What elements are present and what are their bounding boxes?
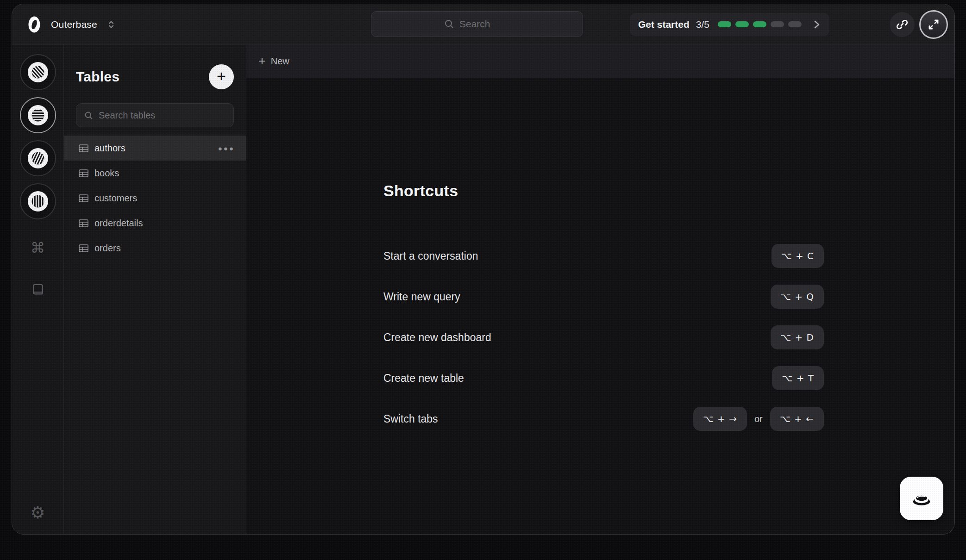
expand-button[interactable]: [919, 10, 948, 39]
shortcuts-title: Shortcuts: [383, 182, 824, 200]
tables-sidebar: Tables + authors●●●bookscustomersorderde…: [64, 45, 246, 534]
plus-icon: +: [258, 55, 266, 68]
get-started-label: Get started: [638, 19, 690, 30]
shortcut-label: Switch tabs: [383, 413, 438, 425]
table-name: orderdetails: [94, 218, 143, 229]
table-icon: [79, 194, 88, 202]
key-badge: ⌥ + T: [772, 366, 824, 390]
shortcut-row: Create new dashboard⌥ + D: [383, 325, 824, 349]
outerbase-logo-icon: [28, 16, 41, 33]
content-area: Shortcuts Start a conversation⌥ + CWrite…: [246, 78, 954, 534]
brand: Outerbase: [28, 16, 115, 33]
add-table-button[interactable]: +: [209, 64, 234, 89]
tab-bar: + New: [246, 45, 954, 78]
table-icon: [79, 244, 88, 252]
rail-base-2-active[interactable]: [20, 97, 56, 133]
shortcut-label: Create new dashboard: [383, 331, 491, 344]
assistant-button[interactable]: [900, 477, 943, 520]
key-badge: ⌥ + C: [772, 244, 824, 268]
table-row-authors[interactable]: authors●●●: [64, 136, 246, 161]
workspace-selector[interactable]: [107, 19, 115, 30]
app-window: Outerbase Get started 3/5: [12, 4, 955, 535]
search-input[interactable]: [459, 19, 510, 30]
top-bar: Outerbase Get started 3/5: [12, 4, 954, 45]
shortcut-row: Create new table⌥ + T: [383, 366, 824, 390]
shortcuts-list: Start a conversation⌥ + CWrite new query…: [383, 244, 824, 431]
shortcut-keys: ⌥ + C: [772, 244, 824, 268]
rail-base-1[interactable]: [20, 54, 56, 90]
sidebar-title: Tables: [76, 69, 119, 85]
settings-button[interactable]: ⚙: [30, 503, 45, 522]
shortcuts-panel: Shortcuts Start a conversation⌥ + CWrite…: [383, 182, 824, 448]
shortcut-keys: ⌥ + T: [772, 366, 824, 390]
shortcut-row: Start a conversation⌥ + C: [383, 244, 824, 268]
chevron-updown-icon: [107, 19, 115, 30]
table-name: books: [94, 168, 119, 179]
chevron-right-icon: [813, 19, 821, 31]
key-badge: ⌥ + Q: [771, 285, 824, 309]
base-avatar-icon: [27, 191, 49, 212]
expand-arrows-icon: [927, 18, 940, 31]
main-area: + New Shortcuts Start a conversation⌥ + …: [246, 45, 954, 534]
search-icon: [84, 111, 94, 120]
table-search[interactable]: [76, 103, 234, 127]
progress-step-pending: [771, 21, 784, 27]
keys-separator: or: [754, 414, 763, 424]
key-badge: ⌥ + D: [771, 325, 824, 349]
shortcut-label: Create new table: [383, 372, 464, 385]
key-badge: ⌥ + →: [693, 407, 747, 431]
base-rail: ⌘ ⚙: [12, 45, 64, 534]
topbar-right: Get started 3/5: [630, 10, 948, 39]
table-name: customers: [94, 193, 137, 204]
table-name: orders: [94, 243, 121, 254]
new-tab-button[interactable]: + New: [258, 55, 289, 68]
progress-step-done: [718, 21, 731, 27]
row-menu-dots-icon[interactable]: ●●●: [218, 144, 235, 152]
rail-base-4[interactable]: [20, 183, 56, 219]
get-started-progress: 3/5: [696, 19, 709, 30]
table-row-orders[interactable]: orders: [64, 236, 246, 261]
hat-button-icon: [909, 486, 934, 511]
shortcut-keys: ⌥ + Q: [771, 285, 824, 309]
share-link-button[interactable]: [890, 12, 915, 37]
docs-button[interactable]: [31, 283, 45, 297]
shortcut-keys: ⌥ + →or⌥ + ←: [693, 407, 824, 431]
workspace-name: Outerbase: [51, 19, 97, 30]
rail-base-3[interactable]: [20, 140, 56, 176]
shortcut-keys: ⌥ + D: [771, 325, 824, 349]
table-name: authors: [94, 143, 125, 154]
progress-step-done: [735, 21, 749, 27]
base-avatar-icon: [27, 62, 49, 83]
global-search[interactable]: [371, 11, 583, 37]
link-icon: [896, 18, 909, 31]
table-search-input[interactable]: [99, 110, 226, 121]
table-row-orderdetails[interactable]: orderdetails: [64, 211, 246, 236]
base-avatar-icon: [27, 148, 49, 169]
base-avatar-icon: [27, 105, 49, 126]
shortcut-row: Write new query⌥ + Q: [383, 285, 824, 309]
key-badge: ⌥ + ←: [770, 407, 824, 431]
book-icon: [31, 283, 45, 297]
table-row-customers[interactable]: customers: [64, 186, 246, 211]
search-icon: [444, 19, 455, 30]
shortcut-row: Switch tabs⌥ + →or⌥ + ←: [383, 407, 824, 431]
progress-steps: [718, 21, 802, 27]
progress-step-done: [753, 21, 766, 27]
table-row-books[interactable]: books: [64, 161, 246, 186]
get-started-button[interactable]: Get started 3/5: [630, 13, 829, 36]
shortcut-label: Write new query: [383, 291, 460, 303]
table-list: authors●●●bookscustomersorderdetailsorde…: [64, 136, 246, 261]
shortcut-label: Start a conversation: [383, 250, 478, 262]
progress-step-pending: [788, 21, 802, 27]
table-icon: [79, 169, 88, 177]
table-icon: [79, 144, 88, 152]
table-icon: [79, 219, 88, 227]
command-palette-button[interactable]: ⌘: [31, 239, 45, 256]
